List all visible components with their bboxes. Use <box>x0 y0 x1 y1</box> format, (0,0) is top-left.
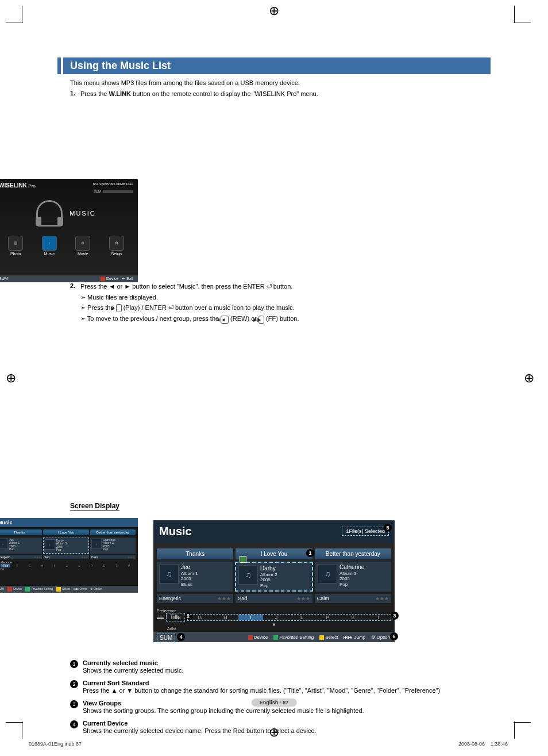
list-icon <box>157 616 164 619</box>
legend-number: 3 <box>70 700 78 708</box>
check-icon <box>240 556 246 563</box>
step-text: Press the ◄ or ► button to select "Music… <box>80 282 322 291</box>
registration-mark-icon: ⊕ <box>269 725 279 740</box>
red-button-icon <box>101 277 105 281</box>
text: (FF) button. <box>264 315 299 322</box>
music-card[interactable]: ♫ JeeAlbum 12005Blues <box>157 562 233 592</box>
callout-5: 5 <box>384 524 392 532</box>
genre: Pop <box>9 548 20 551</box>
legend-desc: Press the ▲ or ▼ button to change the st… <box>83 687 440 694</box>
music-note-icon: ♫ <box>318 564 337 584</box>
text: Music files are displayed. <box>87 294 158 301</box>
storage-free: 851.98MB/995.00MB Free <box>93 182 133 189</box>
album: Album 3 <box>339 571 364 577</box>
mood-chip: Calm★★★ <box>90 555 136 559</box>
accent-bar <box>57 57 61 74</box>
sort-label-preference: Preference <box>157 609 391 613</box>
step-1: 1. Press the W.LINK button on the remote… <box>70 90 491 98</box>
step-2: 2. Press the ◄ or ► button to select "Mu… <box>70 282 491 324</box>
callout-3: 3 <box>391 612 399 620</box>
intro-text: This menu shows MP3 files from among the… <box>70 79 323 87</box>
sum-device-indicator: SUM 4 <box>157 634 175 642</box>
music-card-selected[interactable]: 1 ♫ DarbyAlbum 22005Pop <box>235 562 313 592</box>
group-tab[interactable]: Thanks <box>0 529 42 535</box>
print-footer: 01689A-01Eng.indb 87 2008-08-06 1:38:46 <box>29 741 508 747</box>
movie-icon: ⊛ <box>75 236 90 251</box>
mood-chip: Energetic★★★ <box>0 555 42 559</box>
tab-movie[interactable]: ⊛Movie <box>70 236 95 256</box>
play-button-icon: ▶ <box>116 304 122 312</box>
sort-label-artist: Artist <box>157 627 391 631</box>
legend-desc: Shows the sorting groups. The sorting gr… <box>83 707 364 714</box>
sum-label: SUM <box>94 190 101 193</box>
album: Album 1 <box>181 571 198 577</box>
letter-index[interactable]: G H I J L P S T 3 <box>187 614 391 621</box>
red-button-icon <box>248 635 253 640</box>
registration-mark-icon: ⊕ <box>524 371 534 386</box>
footer-device: Device <box>13 587 22 590</box>
jump-hint: ⏮⏭ Jump <box>344 635 365 640</box>
up-arrow-icon: ▲ <box>157 621 391 627</box>
tab-music[interactable]: ♪Music <box>37 236 62 256</box>
footer-right: 2008-08-06 1:38:46 <box>458 741 508 747</box>
crop-mark <box>514 722 531 723</box>
genre: Pop <box>260 583 277 589</box>
text: To move to the previous / next group, pr… <box>87 315 221 322</box>
tab-setup[interactable]: ✿Setup <box>104 236 129 256</box>
group-tab[interactable]: I Love You <box>43 529 88 535</box>
sort-title-chip[interactable]: Title 2 <box>166 613 185 621</box>
group-tab[interactable]: Thanks <box>157 548 233 559</box>
step-body: Press the W.LINK button on the remote co… <box>80 90 322 98</box>
text: (Play) / ENTER ⏎ button over a music ico… <box>122 304 295 311</box>
music-icon: ♪ <box>42 236 57 251</box>
figure-music-list-small: Music Thanks I Love You Better than yest… <box>0 518 138 593</box>
music-card[interactable]: ♪ JeeAlbum 12005Pop <box>0 538 42 554</box>
section-title: Using the Music List <box>63 57 491 74</box>
group-tab[interactable]: Better than yesterday <box>315 548 391 559</box>
music-note-icon: ♫ <box>238 565 258 585</box>
photo-icon: ▧ <box>8 236 23 251</box>
footer-select: Select <box>325 635 338 640</box>
group-tab[interactable]: I Love You <box>236 548 312 559</box>
song-name: Jee <box>181 564 198 571</box>
genre: Blues <box>181 582 198 588</box>
legend-number: 2 <box>70 680 78 688</box>
music-card[interactable]: ♫ CatherineAlbum 32005Pop <box>315 562 391 592</box>
mood-chip: Sad★★★ <box>236 594 312 603</box>
tab-label: Setup <box>111 252 122 256</box>
music-card[interactable]: ♪ CatherineAlbum 32005Pop <box>90 538 136 554</box>
active-letter: I <box>238 615 263 620</box>
registration-mark-icon: ⊕ <box>269 3 279 18</box>
album: Album 2 <box>260 572 277 578</box>
callout-1: 1 <box>306 549 314 557</box>
year: 2005 <box>339 576 364 582</box>
footer-select: Select <box>62 587 70 590</box>
letter-index[interactable]: FGHIJLPSTV <box>11 564 134 567</box>
legend-desc: Shows the currently selected music. <box>83 667 183 674</box>
footer-fav: Favorites Setting <box>279 635 314 640</box>
files-selected-indicator: 1File(s) Selected 5 <box>342 527 389 536</box>
genre: Pop <box>56 548 67 552</box>
figure-wiselink-menu: WISELINK Pro 851.98MB/995.00MB Free SUM … <box>0 179 138 282</box>
tab-label: Movie <box>78 252 88 256</box>
text: button on the remote control to display … <box>131 90 318 97</box>
footer-left: 01689A-01Eng.indb 87 <box>29 741 82 747</box>
legend-title: Current Sort Standard <box>83 680 440 686</box>
music-note-icon: ♪ <box>45 539 55 550</box>
footer-exit: Exit <box>126 277 133 281</box>
sort-title[interactable]: Title <box>1 564 10 567</box>
legend: 1 Currently selected music Shows the cur… <box>70 659 478 734</box>
mood-chip: Calm★★★ <box>315 594 391 603</box>
music-header: Music <box>0 518 138 527</box>
music-title: Music <box>159 525 192 538</box>
footer-option: Option <box>94 587 102 590</box>
footer-device: Device <box>106 277 118 281</box>
step-number: 2. <box>70 282 80 324</box>
music-card[interactable]: ♪ DarbyAlbum 32005Pop <box>43 538 90 554</box>
tab-photo[interactable]: ▧Photo <box>3 236 28 256</box>
sub-item: ➣ Music files are displayed. <box>80 293 322 302</box>
group-tab[interactable]: Better than yesterday <box>90 529 136 535</box>
page-number: English - 87 <box>252 699 297 707</box>
screen-display-figure: Music 1File(s) Selected 5 Thanks I Love … <box>153 520 395 643</box>
selected-count: 1File(s) Selected <box>346 528 385 534</box>
